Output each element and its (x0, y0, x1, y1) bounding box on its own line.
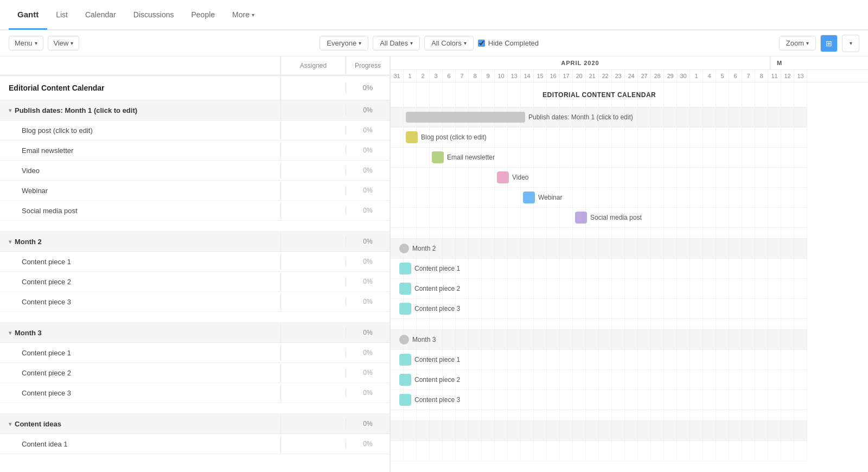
gantt-row (391, 410, 807, 421)
grid-icon: ⊞ (826, 39, 832, 48)
day-cell: 6 (729, 70, 742, 82)
nav-item-people[interactable]: People (183, 0, 224, 29)
day-cell: 10 (495, 70, 508, 82)
spacer-row (0, 221, 390, 232)
hide-completed-toggle[interactable]: Hide Completed (478, 39, 539, 47)
task-row-email[interactable]: Email newsletter 0% (0, 141, 390, 161)
section-month1[interactable]: ▾ Publish dates: Month 1 (click to edit)… (0, 100, 390, 120)
progress-cell: 0% (346, 146, 390, 154)
assigned-cell (281, 348, 346, 358)
gantt-row: Email newsletter (391, 148, 807, 168)
task-name: Content idea 1 (0, 435, 281, 453)
day-cell: 6 (443, 70, 456, 82)
collapse-icon[interactable]: ▾ (9, 421, 11, 427)
day-cell: 29 (664, 70, 677, 82)
task-name: Video (0, 162, 281, 180)
nav-item-list[interactable]: List (47, 0, 76, 29)
collapse-icon[interactable]: ▾ (9, 107, 11, 113)
view-options-button[interactable]: ▾ (842, 35, 859, 52)
gantt-row (391, 319, 807, 330)
gantt-row: Content piece 3 (391, 390, 807, 410)
nav-item-calendar[interactable]: Calendar (76, 0, 125, 29)
gantt-body: EDITORIAL CONTENT CALENDARPublish dates:… (391, 82, 868, 461)
section-content-ideas[interactable]: ▾ Content ideas 0% (0, 414, 390, 434)
everyone-filter[interactable]: Everyone ▾ (320, 36, 368, 50)
nav-item-more[interactable]: More ▾ (224, 0, 263, 29)
gantt-panel: APRIL 2020 M 311236789101314151617202122… (391, 56, 868, 472)
assigned-cell (281, 105, 346, 115)
progress-cell: 0% (346, 207, 390, 214)
gantt-row: Content piece 1 (391, 350, 807, 370)
spacer-row (0, 312, 390, 323)
view-button[interactable]: View ▾ (48, 36, 80, 50)
section-month2[interactable]: ▾ Month 2 0% (0, 232, 390, 252)
gantt-row: Month 2 (391, 239, 807, 259)
progress-cell: 0% (346, 238, 390, 245)
day-cell: 31 (391, 70, 404, 82)
gantt-days-row: 3112367891013141516172021222324272829301… (391, 70, 868, 82)
task-row-m3p3[interactable]: Content piece 3 0% (0, 383, 390, 403)
progress-cell: 0% (346, 167, 390, 174)
task-col-header (0, 56, 281, 75)
day-cell: 11 (768, 70, 781, 82)
task-name: Email newsletter (0, 142, 281, 160)
hide-completed-checkbox[interactable] (478, 40, 485, 47)
task-row-m2p3[interactable]: Content piece 3 0% (0, 292, 390, 312)
day-cell: 27 (638, 70, 651, 82)
task-row-editorial[interactable]: Editorial Content Calendar 0% (0, 75, 390, 100)
gantt-row: Publish dates: Month 1 (click to edit) (391, 107, 807, 127)
assigned-cell (281, 125, 346, 135)
task-row-m3p1[interactable]: Content piece 1 0% (0, 343, 390, 363)
all-dates-filter[interactable]: All Dates ▾ (373, 36, 420, 50)
left-panel: Assigned Progress Editorial Content Cale… (0, 56, 391, 472)
day-cell: 28 (651, 70, 664, 82)
collapse-icon[interactable]: ▾ (9, 330, 11, 336)
section-month3[interactable]: ▾ Month 3 0% (0, 323, 390, 343)
view-chevron-icon: ▾ (71, 40, 73, 46)
day-cell: 22 (599, 70, 612, 82)
task-row-m2p2[interactable]: Content piece 2 0% (0, 272, 390, 292)
zoom-button[interactable]: Zoom ▾ (779, 36, 816, 50)
main-content: Assigned Progress Editorial Content Cale… (0, 56, 868, 472)
progress-cell: 0% (346, 187, 390, 194)
progress-cell: 0% (346, 101, 390, 119)
gantt-row: Content piece 3 (391, 299, 807, 319)
view-toggle-button[interactable]: ⊞ (820, 35, 838, 52)
assigned-cell (281, 277, 346, 286)
task-row-blog[interactable]: Blog post (click to edit) 0% (0, 120, 390, 141)
assigned-cell (281, 419, 346, 429)
gantt-row: Month 3 (391, 330, 807, 350)
progress-cell: 0% (346, 78, 390, 97)
task-row-ci1[interactable]: Content idea 1 0% (0, 434, 390, 454)
day-cell: 2 (417, 70, 430, 82)
day-cell: 12 (781, 70, 794, 82)
nav-item-discussions[interactable]: Discussions (125, 0, 183, 29)
assigned-cell (281, 439, 346, 449)
assigned-col-header: Assigned (281, 56, 346, 75)
day-cell: 13 (794, 70, 807, 82)
progress-cell: 0% (346, 278, 390, 285)
task-name: Content piece 3 (0, 293, 281, 311)
all-colors-filter[interactable]: All Colors ▾ (424, 36, 474, 50)
assigned-cell (281, 237, 346, 246)
day-cell: 3 (430, 70, 443, 82)
assigned-cell (281, 186, 346, 195)
collapse-icon[interactable]: ▾ (9, 239, 11, 245)
task-row-webinar[interactable]: Webinar 0% (0, 181, 390, 201)
task-row-m2p1[interactable]: Content piece 1 0% (0, 252, 390, 272)
task-row-video[interactable]: Video 0% (0, 161, 390, 181)
task-name: Content piece 1 (0, 253, 281, 271)
task-row-social[interactable]: Social media post 0% (0, 201, 390, 221)
menu-button[interactable]: Menu ▾ (9, 36, 43, 50)
day-cell: 5 (716, 70, 729, 82)
nav-item-gantt[interactable]: Gantt (9, 1, 47, 30)
task-row-m3p2[interactable]: Content piece 2 0% (0, 363, 390, 383)
progress-cell: 0% (346, 440, 390, 448)
colors-chevron-icon: ▾ (464, 40, 467, 46)
assigned-cell (281, 297, 346, 307)
day-cell: 17 (560, 70, 573, 82)
day-cell: 16 (547, 70, 560, 82)
section-task-name: ▾ Month 3 (0, 324, 281, 342)
day-cell: 7 (742, 70, 755, 82)
gantt-container: APRIL 2020 M 311236789101314151617202122… (391, 56, 868, 461)
